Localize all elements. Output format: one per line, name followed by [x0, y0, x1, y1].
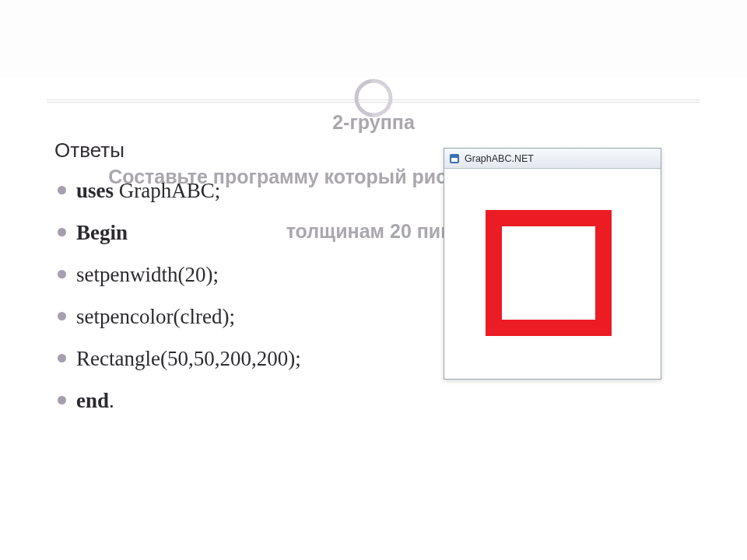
code-line: setpenwidth(20);	[54, 254, 459, 296]
code-line: Rectangle(50,50,200,200);	[54, 338, 459, 380]
slide: 2-группа Составьте программу который рис…	[0, 0, 747, 560]
code-line: Begin	[54, 212, 459, 254]
answers-label: Ответы	[54, 138, 124, 163]
heading-line1: 2-группа	[332, 111, 415, 133]
svg-rect-2	[451, 156, 458, 158]
code-line: setpencolor(clred);	[54, 296, 459, 338]
graphabc-window: GraphABC.NET	[444, 148, 661, 380]
code-list: uses GraphABC; Begin setpenwidth(20); se…	[54, 170, 459, 422]
app-icon	[449, 153, 460, 164]
output-rectangle	[486, 210, 612, 336]
window-title: GraphABC.NET	[465, 153, 534, 164]
window-client-area	[444, 169, 661, 379]
code-line: uses GraphABC;	[54, 170, 459, 212]
code-line: end.	[54, 380, 459, 422]
top-band	[0, 0, 747, 78]
window-titlebar: GraphABC.NET	[444, 149, 661, 169]
